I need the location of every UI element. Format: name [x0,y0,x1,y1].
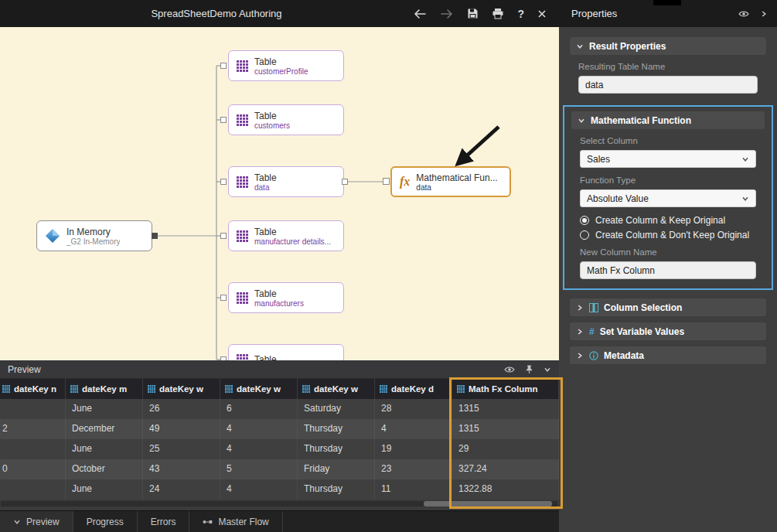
select-column-dropdown[interactable]: Sales [580,150,756,168]
scrollbar-thumb[interactable] [424,501,552,506]
table-cell: Friday [298,459,375,479]
node-mathematical-function[interactable]: fx Mathematical Fun... data [390,166,511,197]
flow-icon [203,518,213,526]
print-icon[interactable] [492,8,504,19]
save-icon[interactable] [467,8,479,19]
hash-icon: # [589,327,595,336]
column-header[interactable]: dateKey w [298,379,375,399]
section-title: Mathematical Function [591,115,691,126]
table-row[interactable]: June 26 6 Saturday 28 1315 [0,399,559,419]
node-table-partial[interactable]: Table [228,344,344,360]
table-grid-icon [237,292,248,304]
node-in-memory[interactable]: In Memory _G2 In-Memory [36,220,152,251]
table-cell: 2 [0,419,66,439]
select-column-label: Select Column [580,136,756,145]
eye-icon[interactable] [504,366,515,373]
column-header-label: dateKey w [314,384,358,394]
node-title: In Memory [66,227,120,237]
node-subtitle: customerProfile [254,67,308,76]
properties-panel-header: Properties [559,0,777,27]
selected-value: Absolute Value [587,193,649,204]
close-icon[interactable] [537,9,547,19]
column-icon [302,385,310,393]
node-title: Mathematical Fun... [416,172,497,183]
table-cell: 327.24 [452,459,559,479]
chevron-down-icon[interactable] [544,366,551,373]
tab-label: Master Flow [218,517,268,527]
table-cell: 25 [143,439,220,459]
flow-canvas[interactable]: In Memory _G2 In-Memory Table customerPr… [0,27,559,360]
column-header[interactable]: dateKey n [0,379,66,399]
section-metadata[interactable]: Metadata [570,346,766,364]
fx-icon: fx [400,175,410,189]
column-header[interactable]: dateKey w [143,379,220,399]
annotation-arrow [458,127,499,164]
back-arrow-icon[interactable] [413,9,427,19]
column-header[interactable]: dateKey d [375,379,452,399]
node-table-manufacturer-details[interactable]: Table manufacturer details... [228,220,344,251]
node-table-manufacturers[interactable]: Table manufacturers [228,282,344,313]
tab-errors[interactable]: Errors [138,511,190,532]
table-row[interactable]: June 25 4 Thursday 19 29 [0,439,559,459]
table-cell: 24 [143,479,220,500]
radio-create-column-keep-original[interactable]: Create Column & Keep Original [580,215,756,226]
section-mathematical-function[interactable]: Mathematical Function [571,111,765,129]
resulting-table-name-input[interactable] [578,76,758,94]
forward-arrow-icon[interactable] [440,9,454,19]
node-table-customers[interactable]: Table customers [228,104,344,135]
table-cell: 49 [143,419,220,439]
mathematical-function-highlight: Mathematical Function Select Column Sale… [563,105,773,290]
node-subtitle: data [254,183,277,192]
preview-panel-title: Preview [8,364,41,375]
bottom-tab-bar: Preview Progress Errors Master Flow [0,510,559,532]
chevron-down-icon [578,117,585,124]
table-cell: 4 [375,419,452,439]
tab-progress[interactable]: Progress [73,511,138,532]
node-title: Table [254,354,277,360]
chevron-right-icon [576,328,584,336]
node-title: Table [254,172,277,183]
column-header-math-fx[interactable]: Math Fx Column [452,379,559,399]
node-subtitle: data [416,183,497,192]
pin-icon[interactable] [525,364,533,374]
section-result-properties[interactable]: Result Properties [570,37,766,55]
node-title: Table [254,288,304,299]
node-table-customerprofile[interactable]: Table customerProfile [228,50,344,81]
table-cell: 43 [143,459,220,479]
help-icon[interactable]: ? [517,8,524,20]
eye-icon[interactable] [738,10,749,18]
chevron-right-icon[interactable] [760,10,768,18]
input-port [221,295,227,301]
table-grid-icon [237,114,248,126]
properties-panel: Properties Result Properties Resulting T… [559,0,777,532]
table-row[interactable]: 0 October 43 5 Friday 23 327.24 [0,459,559,479]
table-cell: 4 [220,419,298,439]
table-grid-icon [237,230,248,242]
section-title: Column Selection [604,302,682,313]
radio-create-column-dont-keep-original[interactable]: Create Column & Don't Keep Original [580,230,756,240]
new-column-name-label: New Column Name [580,247,756,257]
table-cell: October [66,459,143,479]
table-row[interactable]: 2 December 49 4 Thursday 4 1315 [0,419,559,439]
node-table-data[interactable]: Table data [228,166,344,197]
output-port [152,233,158,239]
table-cell: 1315 [452,399,559,419]
function-type-dropdown[interactable]: Absolute Value [580,189,756,207]
new-column-name-input[interactable] [580,261,756,279]
window-title: SpreadSheetDemo Authoring [151,8,281,19]
column-header[interactable]: dateKey m [66,379,143,399]
column-header[interactable]: dateKey w [220,379,298,399]
radio-label: Create Column & Keep Original [595,215,725,226]
table-row[interactable]: June 24 4 Thursday 11 1322.88 [0,479,559,500]
section-set-variable-values[interactable]: # Set Variable Values [570,322,766,340]
column-header-label: dateKey d [391,384,434,394]
table-cell: 0 [0,459,66,479]
section-column-selection[interactable]: Column Selection [570,298,766,316]
tab-master-flow[interactable]: Master Flow [189,511,282,532]
table-cell: Thursday [298,419,375,439]
tab-preview[interactable]: Preview [0,511,73,532]
diamond-icon [45,228,60,244]
table-cell [0,399,66,419]
radio-label: Create Column & Don't Keep Original [595,230,749,240]
horizontal-scrollbar[interactable] [1,501,557,506]
